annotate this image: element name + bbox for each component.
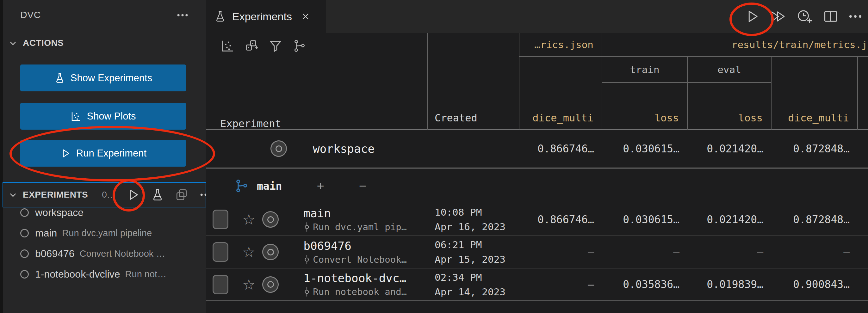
- show-plots-button[interactable]: Show Plots: [20, 103, 186, 130]
- commit-message: Convert Notebook…: [313, 254, 407, 265]
- metric-value: 0.900843…: [772, 278, 858, 290]
- column-header-created[interactable]: Created: [428, 33, 519, 130]
- experiments-table-header: Experiment Created …rics.json results/tr…: [206, 33, 868, 130]
- run-experiment-icon[interactable]: [744, 8, 761, 25]
- table-row-main[interactable]: ☆ main Run dvc.yaml pip… 10:08 PM Apr 16…: [206, 203, 868, 236]
- metric-value: 0.872848…: [772, 213, 858, 226]
- circle-outline-icon: [20, 229, 29, 238]
- split-editor-icon[interactable]: [823, 8, 839, 25]
- chevron-down-icon: [8, 190, 18, 199]
- beaker-icon[interactable]: [151, 188, 164, 202]
- git-commit-icon: [303, 222, 310, 232]
- star-icon[interactable]: ☆: [242, 212, 255, 227]
- circle-outline-icon: [20, 208, 29, 217]
- sidebar-item-name: 1-notebook-dvclive: [35, 269, 120, 280]
- experiments-section-label: EXPERIMENTS: [23, 190, 88, 200]
- table-row-b069476[interactable]: ☆ b069476 Convert Notebook… 06:21 PM Apr…: [206, 236, 868, 269]
- remove-branch-icon[interactable]: −: [359, 179, 366, 193]
- metric-value: 0.035836…: [602, 278, 688, 290]
- move-columns-icon[interactable]: [244, 38, 259, 54]
- close-icon[interactable]: [300, 11, 311, 22]
- sidebar-item-name: workspace: [35, 207, 84, 218]
- select-experiment-icon[interactable]: [262, 244, 279, 260]
- metric-value: –: [519, 246, 602, 258]
- column-header-eval-loss[interactable]: loss: [688, 83, 772, 130]
- branch-name: main: [257, 180, 282, 192]
- tab-bar: Experiments: [206, 0, 868, 33]
- experiment-name: main: [303, 207, 407, 220]
- metric-value: –: [519, 278, 602, 290]
- column-header-dice-multi-1[interactable]: dice_multi: [519, 57, 602, 130]
- sidebar-item-main[interactable]: main Run dvc.yaml pipeline: [3, 223, 206, 243]
- table-row-1-notebook-dvclive[interactable]: ☆ 1-notebook-dvc… Run notebook and… 02:3…: [206, 269, 868, 301]
- show-experiments-label: Show Experiments: [70, 72, 152, 84]
- sidebar-item-description: Run not…: [125, 269, 167, 280]
- column-header-train-loss[interactable]: loss: [602, 83, 688, 130]
- branch-row-main: main + −: [206, 168, 868, 203]
- created-time: 10:08 PM: [435, 207, 519, 218]
- git-commit-icon: [303, 254, 310, 264]
- plots-icon[interactable]: [220, 38, 235, 54]
- run-experiment-icon[interactable]: [126, 187, 141, 202]
- metric-value: 0.866746…: [519, 213, 602, 226]
- git-branch-icon: [234, 178, 249, 193]
- sidebar-item-b069476[interactable]: b069476 Convert Notebook …: [3, 244, 206, 264]
- metric-value: 0.021420…: [688, 143, 772, 155]
- filter-icon[interactable]: [268, 38, 283, 54]
- column-subgroup-eval[interactable]: eval: [688, 57, 772, 83]
- show-experiments-button[interactable]: Show Experiments: [20, 64, 186, 91]
- row-checkbox[interactable]: [213, 242, 228, 262]
- select-experiment-icon[interactable]: [262, 276, 279, 293]
- beaker-icon: [54, 72, 65, 84]
- circle-outline-icon: [20, 249, 29, 258]
- run-experiment-button[interactable]: Run Experiment: [20, 140, 186, 167]
- select-experiment-icon[interactable]: [262, 211, 279, 228]
- sidebar-item-1-notebook-dvclive[interactable]: 1-notebook-dvclive Run not…: [3, 264, 206, 284]
- metric-value: –: [602, 246, 688, 258]
- metric-value: 0.030615…: [602, 213, 688, 226]
- table-toolbar: [220, 38, 307, 54]
- editor-area: Experiments: [206, 0, 868, 313]
- dvc-sidebar: DVC ACTIONS Show Experiments Show Plots: [3, 0, 206, 313]
- actions-section-header[interactable]: ACTIONS: [3, 34, 206, 52]
- circle-outline-icon: [20, 270, 29, 279]
- column-group-metrics-json[interactable]: …rics.json: [519, 33, 602, 57]
- more-actions-icon[interactable]: [848, 8, 863, 25]
- table-row-workspace[interactable]: workspace 0.866746… 0.030615… 0.021420… …: [206, 130, 868, 167]
- created-time: 06:21 PM: [435, 239, 519, 250]
- show-plots-label: Show Plots: [87, 111, 136, 122]
- sidebar-title: DVC: [20, 9, 41, 20]
- metric-value: 0.866746…: [519, 143, 602, 155]
- run-experiment-label: Run Experiment: [76, 148, 147, 159]
- metric-value: 0.019839…: [688, 278, 772, 290]
- sidebar-item-description: Run dvc.yaml pipeline: [62, 228, 152, 239]
- metric-value: 0.021420…: [688, 213, 772, 226]
- copy-experiments-icon[interactable]: [175, 188, 189, 202]
- commit-message: Run notebook and…: [313, 286, 407, 297]
- select-workspace-icon[interactable]: [271, 140, 287, 157]
- git-commit-icon: [303, 287, 310, 297]
- add-branch-icon[interactable]: +: [317, 179, 324, 193]
- sidebar-item-name: main: [35, 227, 57, 239]
- row-checkbox[interactable]: [213, 210, 228, 229]
- star-icon[interactable]: ☆: [242, 245, 255, 259]
- row-checkbox[interactable]: [213, 275, 228, 294]
- run-all-icon[interactable]: [769, 8, 787, 25]
- commit-message: Run dvc.yaml pip…: [313, 222, 407, 232]
- column-group-results-train-metrics[interactable]: results/train/metrics.j: [602, 33, 868, 57]
- experiment-name: workspace: [313, 142, 375, 155]
- queue-history-icon[interactable]: [796, 8, 814, 25]
- editor-toolbar: [744, 0, 863, 33]
- column-subgroup-train[interactable]: train: [602, 57, 688, 83]
- sidebar-item-description: Convert Notebook …: [80, 249, 165, 259]
- metric-value: –: [772, 246, 858, 258]
- sidebar-more-actions-icon[interactable]: [176, 8, 189, 23]
- sidebar-item-workspace[interactable]: workspace: [3, 202, 206, 223]
- column-header-dice-multi-2[interactable]: dice_multi: [772, 57, 858, 130]
- column-header-experiment[interactable]: Experiment: [206, 33, 428, 130]
- experiment-name: b069476: [303, 239, 407, 252]
- git-branch-icon[interactable]: [292, 38, 307, 54]
- star-icon[interactable]: ☆: [242, 277, 255, 292]
- tab-experiments[interactable]: Experiments: [206, 0, 326, 33]
- scatter-plot-icon: [70, 111, 82, 122]
